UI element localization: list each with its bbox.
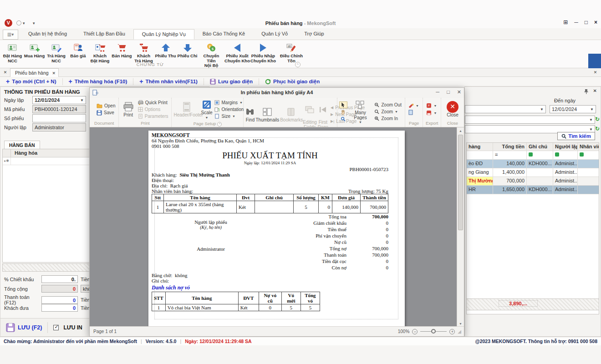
parameters-button[interactable]: Parameters <box>137 113 170 119</box>
chevron-down-icon[interactable]: ▼ <box>589 127 593 131</box>
preview-scrollbar[interactable]: ▲ ▼ <box>457 127 464 327</box>
ribbon-tab-bao-cao-thong-ke[interactable]: Báo Cáo Thống Kê <box>194 29 253 40</box>
ribbon-tab-thiet-lap-ban-dau[interactable]: Thiết Lập Ban Đầu <box>75 29 133 40</box>
col-header-staff[interactable]: Nhân viên <box>578 143 599 151</box>
tab-close-icon[interactable]: ✕ <box>52 71 56 76</box>
many-pages-button[interactable]: Many Pages▼ <box>348 99 372 125</box>
checkbox-checked-icon[interactable] <box>53 325 59 330</box>
customer-paid-input[interactable]: 0 <box>41 304 78 312</box>
header-footer-button[interactable]: Header/Footer <box>173 101 200 118</box>
close-icon[interactable]: × <box>594 19 597 25</box>
add-employee-button[interactable]: + Thêm nhân viên(F11) <box>133 78 204 85</box>
save-button[interactable]: LƯU (F2) <box>0 321 47 334</box>
add-item-button[interactable]: + Thêm hàng hóa (F10) <box>63 78 134 85</box>
hand-tool-button[interactable] <box>339 109 347 115</box>
ribbon-tab-quan-tri-he-thong[interactable]: Quản trị hệ thống <box>20 29 75 40</box>
chevron-down-icon[interactable]: ▼ <box>80 98 84 102</box>
filter-icon[interactable] <box>580 152 584 157</box>
zoom-slider-knob[interactable] <box>431 329 436 334</box>
watermark-button[interactable] <box>407 109 420 116</box>
save-button[interactable]: Save <box>95 110 117 116</box>
tab-close-right-icon[interactable]: ✕ <box>592 69 599 76</box>
zoom-slider[interactable] <box>420 331 447 332</box>
filter-icon[interactable] <box>529 152 533 157</box>
table-row-selected[interactable]: Thị Mường 700,000 Administ... <box>467 177 599 186</box>
scrollbar-thumb[interactable] <box>458 135 463 230</box>
items-grid-column-header[interactable]: Hàng hóa <box>11 149 41 157</box>
ribbon-group-collapse-icon[interactable]: ^ <box>295 62 300 67</box>
dialog-titlebar[interactable]: In phiếu bán hàng khổ giấy A4 ─ □ ✕ <box>90 88 464 98</box>
minimize-icon[interactable]: ─ <box>574 19 578 25</box>
options-button[interactable]: Options <box>137 106 170 112</box>
from-date-dropdown[interactable]: ▼ <box>465 105 546 113</box>
print-button[interactable]: Print <box>121 101 135 118</box>
tab-hang-ban[interactable]: HÀNG BÁN <box>4 141 40 149</box>
ribbon-tab-tro-giup[interactable]: Trợ Giúp <box>296 29 332 40</box>
maximize-icon[interactable]: □ <box>447 89 450 95</box>
filter-dropdown-1[interactable]: ▼ <box>465 116 595 124</box>
minimize-icon[interactable]: ─ <box>436 89 439 95</box>
send-pdf-button[interactable]: ▼ <box>425 110 438 116</box>
zoom-in-button[interactable]: Zoom In <box>373 116 402 121</box>
restore-layout-button[interactable]: Phục hồi giao diện <box>259 78 326 85</box>
to-date-input[interactable]: 12/01/2024▼ <box>550 105 596 113</box>
save-layout-button[interactable]: Lưu giao diện <box>204 78 259 85</box>
close-preview-button[interactable]: ✕ Close <box>443 101 462 118</box>
restore-icon[interactable]: □ <box>585 19 588 25</box>
fullscreen-icon[interactable]: ⊞ <box>563 19 568 25</box>
col-header-name[interactable]: hàng <box>467 143 493 151</box>
refresh-icon[interactable]: ↻ <box>595 126 600 132</box>
pointer-tool-button[interactable] <box>339 101 347 108</box>
payment-input[interactable]: 0 <box>41 296 78 304</box>
table-row[interactable]: ng Giang 1,400,000 Administ... <box>467 168 599 177</box>
app-menu-button[interactable]: ▥▾ <box>3 30 18 40</box>
search-button[interactable]: Tìm kiếm <box>557 132 595 140</box>
results-grid[interactable]: hàng Tổng tiền Ghi chú Người lập Nhân vi… <box>466 142 599 314</box>
resize-grip-icon[interactable]: ◢ <box>458 329 461 334</box>
tab-close-left-icon[interactable]: ✕ <box>2 69 9 76</box>
ribbon-tab-quan-ly-nghiep-vu[interactable]: Quản Lý Nghiệp Vụ <box>133 29 194 40</box>
first-page-button[interactable]: First Page <box>318 99 328 130</box>
filter-icon[interactable] <box>555 152 559 157</box>
date-input[interactable]: 12/01/2024▼ <box>32 96 86 104</box>
tab-phieu-ban-hang[interactable]: Phiếu bán hàng✕ <box>10 68 59 77</box>
refresh-icon[interactable]: ↻ <box>595 116 600 122</box>
page-color-button[interactable]: ▼ <box>407 103 420 108</box>
table-row[interactable]: èo ĐD 140,000 KDH000... Administ... <box>467 160 599 168</box>
find-button[interactable]: Find <box>245 106 255 123</box>
chevron-down-icon[interactable]: ▼ <box>540 107 544 111</box>
quick-print-button[interactable]: Quick Print <box>137 100 170 106</box>
creator-input[interactable]: Administrator <box>32 123 86 131</box>
export-pdf-button[interactable]: P▼ <box>425 102 438 109</box>
new-button[interactable]: + Tạo mới (Ctrl + N) <box>0 78 63 85</box>
thumbnails-button[interactable]: Thumbnails <box>255 106 279 123</box>
close-icon[interactable]: ✕ <box>457 89 461 95</box>
close-panel-icon[interactable]: ✕ <box>593 88 597 93</box>
bookmarks-button[interactable]: Bookmarks <box>280 106 302 123</box>
save-and-print-checkbox[interactable]: LƯU IN <box>48 321 87 334</box>
pin-icon[interactable] <box>584 89 589 94</box>
preview-surface[interactable]: MEKONGSOFT 64 Nguyễn Đình Chiểu, Phường … <box>90 127 464 327</box>
magnifier-tool-button[interactable] <box>339 116 347 122</box>
zoom-button[interactable]: Zoom▼ <box>373 109 402 115</box>
zoom-out-button[interactable]: Zoom Out <box>373 102 402 108</box>
filter-row[interactable]: = <box>467 151 599 160</box>
collapsed-panel-box[interactable] <box>588 54 601 68</box>
table-row[interactable]: HR 1,650,000 KDH000... Administ... <box>467 186 599 194</box>
zoom-out-slider-icon[interactable]: − <box>412 329 418 334</box>
scale-button[interactable]: Scale▼ <box>201 99 212 120</box>
col-header-note[interactable]: Ghi chú <box>527 143 553 151</box>
scroll-up-icon[interactable]: ▲ <box>457 127 464 134</box>
chevron-down-icon[interactable]: ▼ <box>589 118 593 122</box>
col-header-total[interactable]: Tổng tiền <box>493 143 527 151</box>
col-header-creator[interactable]: Người lập <box>553 143 578 151</box>
number-input[interactable] <box>32 114 86 122</box>
code-input[interactable]: PBH00001-120124 <box>32 105 86 113</box>
discount-percent-input[interactable]: 0. <box>41 275 78 283</box>
chevron-down-icon[interactable]: ▼ <box>590 107 594 111</box>
zoom-in-slider-icon[interactable]: + <box>449 329 455 334</box>
editing-fields-button[interactable]: Editing Fields <box>303 99 317 130</box>
ribbon-tab-quan-ly-vo[interactable]: Quản Lý Vỏ <box>253 29 296 40</box>
open-button[interactable]: Open <box>95 103 117 109</box>
dialog-launcher-icon[interactable]: ^ <box>217 122 222 126</box>
